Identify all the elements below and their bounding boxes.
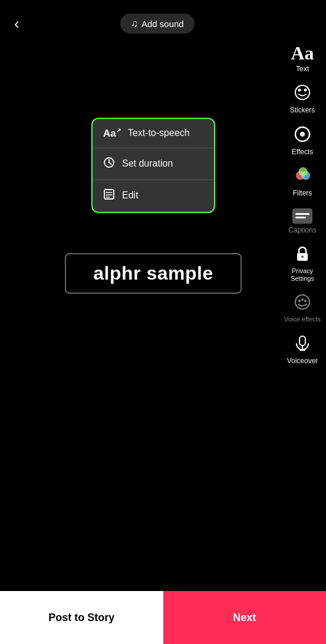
popup-item-set-duration-label: Set duration — [122, 158, 173, 169]
sidebar-item-effects-label: Effects — [292, 148, 313, 156]
sidebar-item-text-label: Text — [296, 65, 309, 73]
header: ‹ ♫ Add sound — [0, 0, 326, 47]
sidebar-item-voiceover-label: Voiceover — [287, 357, 318, 365]
svg-point-3 — [300, 132, 305, 137]
sidebar-item-stickers-label: Stickers — [290, 106, 315, 114]
sidebar-item-stickers[interactable]: Stickers — [281, 80, 324, 118]
lock-icon — [294, 245, 311, 265]
popup-item-set-duration[interactable]: Set duration — [93, 148, 214, 180]
sidebar-item-filters-label: Filters — [293, 189, 312, 197]
sidebar-item-captions-label: Captions — [288, 226, 316, 234]
svg-point-0 — [295, 85, 309, 99]
popup-arrow — [147, 212, 159, 213]
text-overlay-box[interactable]: alphr sample — [65, 253, 242, 294]
sidebar-item-text[interactable]: Aa Text — [281, 40, 324, 77]
svg-point-8 — [301, 255, 304, 258]
popup-menu: Aa↗ Text-to-speech Set duration Edit — [91, 118, 215, 213]
svg-point-9 — [295, 295, 309, 309]
popup-item-text-to-speech-label: Text-to-speech — [128, 128, 190, 138]
sidebar-item-filters[interactable]: Filters — [281, 163, 324, 201]
edit-icon — [103, 188, 115, 203]
text-icon: Aa — [291, 44, 314, 62]
svg-point-2 — [304, 89, 307, 92]
popup-item-edit-label: Edit — [122, 190, 139, 201]
sticker-icon — [294, 84, 311, 104]
svg-point-6 — [298, 167, 307, 176]
next-button[interactable]: Next — [163, 591, 327, 644]
svg-line-18 — [109, 162, 111, 164]
svg-point-11 — [301, 298, 304, 301]
set-duration-icon — [103, 157, 115, 171]
popup-item-text-to-speech[interactable]: Aa↗ Text-to-speech — [93, 119, 214, 148]
sidebar-item-effects[interactable]: Effects — [281, 122, 324, 160]
sidebar-item-privacy-settings[interactable]: Privacy Settings — [281, 241, 324, 286]
svg-point-10 — [298, 300, 301, 302]
mic-icon — [294, 334, 311, 354]
bottom-bar: Post to Story Next — [0, 591, 326, 644]
text-to-speech-icon: Aa↗ — [103, 127, 121, 140]
sidebar: Aa Text Stickers Effects — [279, 35, 326, 369]
music-icon: ♫ — [131, 18, 138, 29]
voice-effects-icon — [294, 293, 311, 313]
post-to-story-button[interactable]: Post to Story — [0, 591, 163, 644]
next-label: Next — [233, 612, 256, 624]
sidebar-item-privacy-label: Privacy Settings — [284, 267, 321, 283]
add-sound-button[interactable]: ♫ Add sound — [120, 14, 195, 34]
sidebar-item-voice-effects[interactable]: Voice effects — [281, 290, 324, 327]
sidebar-item-voice-effects-label: Voice effects — [284, 316, 321, 323]
sidebar-item-voiceover[interactable]: Voiceover — [281, 331, 324, 369]
captions-icon — [292, 208, 312, 224]
post-to-story-label: Post to Story — [48, 612, 114, 624]
popup-item-edit[interactable]: Edit — [93, 180, 214, 212]
svg-point-1 — [298, 89, 301, 92]
back-button[interactable]: ‹ — [9, 10, 24, 38]
text-overlay-content: alphr sample — [77, 263, 230, 284]
svg-rect-13 — [299, 336, 305, 346]
add-sound-label: Add sound — [141, 19, 184, 29]
filters-icon — [294, 167, 311, 187]
effects-icon — [294, 125, 311, 145]
svg-point-12 — [304, 300, 307, 302]
sidebar-item-captions[interactable]: Captions — [281, 205, 324, 238]
